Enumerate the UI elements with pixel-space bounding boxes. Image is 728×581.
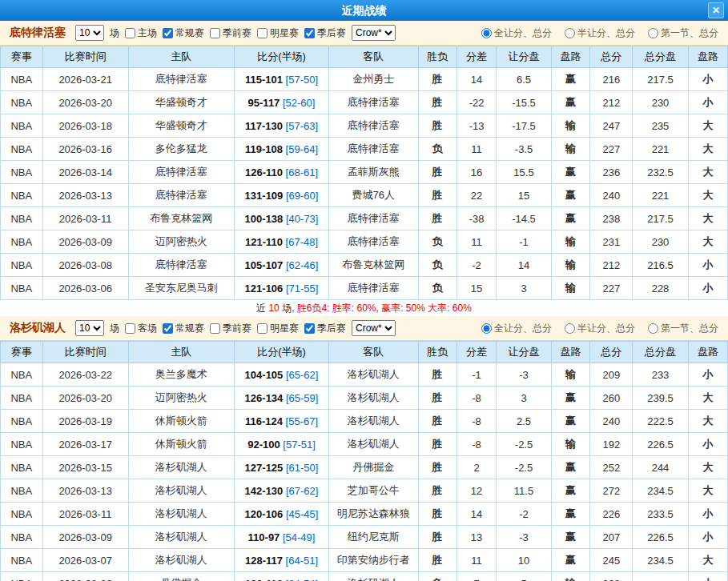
cell-win-loss: 胜 <box>418 410 457 433</box>
cell-score: 100-138 [40-73] <box>235 207 329 230</box>
filter-checkbox[interactable]: 季后赛 <box>304 26 346 40</box>
table-row: NBA2026-03-20华盛顿奇才95-117 [52-60]底特律活塞胜-2… <box>1 91 728 114</box>
checkbox-label: 客场 <box>138 322 157 335</box>
cell-total-line: 222.5 <box>633 410 689 433</box>
cell-total-line: 239.5 <box>633 387 689 410</box>
cell-away-team: 纽约尼克斯 <box>328 526 418 549</box>
cell-handicap-result: 赢 <box>551 410 590 433</box>
cell-total-line: 234.5 <box>633 549 689 572</box>
filter-bar: 洛杉矶湖人10场客场常规赛季前赛明星赛季后赛Crow*全让分、总分半让分、总分第… <box>0 316 728 341</box>
cell-date: 2026-03-11 <box>42 207 128 230</box>
cell-handicap-line: 10 <box>497 549 551 572</box>
score-halftime: [67-62] <box>286 485 318 497</box>
filter-checkbox[interactable]: 明星赛 <box>257 26 299 40</box>
table-row: NBA2026-03-18华盛顿奇才117-130 [57-63]底特律活塞胜-… <box>1 114 728 138</box>
table-row: NBA2026-03-06圣安东尼奥马刺121-106 [71-55]底特律活塞… <box>1 277 728 300</box>
checkbox-input[interactable] <box>304 323 315 334</box>
radio-input[interactable] <box>565 28 575 38</box>
cell-handicap-line: -3.5 <box>497 138 551 161</box>
header-row: 赛事比赛时间主队比分(半场)客队胜负分差让分盘盘路总分总分盘盘路 <box>1 46 728 68</box>
cell-score: 116-124 [55-67] <box>235 410 329 433</box>
filter-checkbox[interactable]: 季后赛 <box>304 322 346 335</box>
cell-score: 126-110 [68-61] <box>235 161 329 184</box>
cell-score: 105-107 [62-46] <box>235 254 329 277</box>
checkbox-input[interactable] <box>210 323 220 334</box>
popup-titlebar: 近期战绩 ✕ <box>0 0 728 21</box>
column-header: 赛事 <box>1 342 43 363</box>
cell-total-points: 226 <box>590 503 633 526</box>
cell-point-diff: 11 <box>457 138 497 161</box>
cell-total-points: 192 <box>590 433 633 456</box>
filter-checkbox[interactable]: 主场 <box>125 26 157 40</box>
cell-point-diff: 16 <box>457 161 497 184</box>
filter-checkbox[interactable]: 季前赛 <box>210 26 251 40</box>
score-halftime: [67-48] <box>286 236 318 248</box>
radio-label: 半让分、总分 <box>577 322 635 335</box>
cell-handicap-result: 赢 <box>551 161 590 184</box>
checkbox-input[interactable] <box>210 28 220 38</box>
checkbox-input[interactable] <box>257 323 267 334</box>
filter-radio[interactable]: 半让分、总分 <box>565 322 635 335</box>
cell-handicap-line: 2.5 <box>497 410 551 433</box>
cell-total-points: 240 <box>590 184 633 207</box>
cell-away-team: 底特律活塞 <box>328 138 418 161</box>
filter-radio[interactable]: 第一节、总分 <box>648 322 718 335</box>
games-label: 场 <box>110 322 119 335</box>
cell-over-under: 小 <box>688 526 727 549</box>
cell-win-loss: 胜 <box>418 526 457 549</box>
company-select[interactable]: Crow* <box>352 320 396 336</box>
filter-radio[interactable]: 全让分、总分 <box>481 26 552 40</box>
team-name: 洛杉矶湖人 <box>10 321 66 335</box>
checkbox-input[interactable] <box>257 28 267 38</box>
table-row: NBA2026-03-13底特律活塞131-109 [69-60]费城76人胜2… <box>1 184 728 207</box>
filter-radio[interactable]: 全让分、总分 <box>481 322 552 335</box>
cell-score: 95-117 [52-60] <box>235 91 329 114</box>
cell-handicap-line: 5 <box>497 572 551 581</box>
radio-label: 全让分、总分 <box>494 26 552 40</box>
checkbox-input[interactable] <box>163 323 173 334</box>
cell-handicap-result: 输 <box>551 138 590 161</box>
table-row: NBA2026-03-19休斯顿火箭116-124 [55-67]洛杉矶湖人胜-… <box>1 410 728 433</box>
cell-home-team: 底特律活塞 <box>128 161 234 184</box>
filter-checkbox[interactable]: 常规赛 <box>163 322 204 335</box>
cell-away-team: 洛杉矶湖人 <box>328 387 418 410</box>
checkbox-input[interactable] <box>125 28 135 38</box>
cell-away-team: 洛杉矶湖人 <box>328 433 418 456</box>
radio-input[interactable] <box>565 323 575 334</box>
score-fulltime: 105-107 <box>245 259 284 271</box>
filter-radio[interactable]: 半让分、总分 <box>565 26 635 40</box>
filter-radio[interactable]: 第一节、总分 <box>648 26 718 40</box>
company-select[interactable]: Crow* <box>352 25 396 41</box>
checkbox-label: 季前赛 <box>223 26 251 40</box>
radio-input[interactable] <box>648 323 658 334</box>
table-row: NBA2026-03-09迈阿密热火121-110 [67-48]底特律活塞负1… <box>1 230 728 254</box>
column-header: 比分(半场) <box>235 342 329 363</box>
score-halftime: [52-60] <box>283 97 315 109</box>
games-count-select[interactable]: 10 <box>75 320 104 336</box>
cell-total-points: 227 <box>590 277 633 300</box>
radio-input[interactable] <box>648 28 658 38</box>
score-fulltime: 142-130 <box>245 485 284 497</box>
score-halftime: [65-62] <box>286 369 318 381</box>
games-count-select[interactable]: 10 <box>75 25 104 41</box>
cell-league: NBA <box>1 433 43 456</box>
filter-checkbox[interactable]: 季前赛 <box>210 322 251 335</box>
cell-home-team: 圣安东尼奥马刺 <box>128 277 234 300</box>
radio-input[interactable] <box>481 28 492 38</box>
recent-results-popup: 近期战绩 ✕ 底特律活塞10场主场常规赛季前赛明星赛季后赛Crow*全让分、总分… <box>0 0 728 581</box>
checkbox-label: 季后赛 <box>317 26 346 40</box>
checkbox-label: 季后赛 <box>317 322 346 335</box>
column-header: 比赛时间 <box>42 46 128 68</box>
checkbox-input[interactable] <box>125 323 135 334</box>
summary-text: 近 <box>256 303 268 314</box>
checkbox-input[interactable] <box>163 28 173 38</box>
cell-point-diff: 12 <box>457 479 497 503</box>
column-header: 盘路 <box>551 342 590 363</box>
filter-checkbox[interactable]: 明星赛 <box>257 322 299 335</box>
radio-input[interactable] <box>481 323 492 334</box>
cell-handicap-result: 输 <box>551 433 590 456</box>
close-button[interactable]: ✕ <box>708 2 724 18</box>
filter-checkbox[interactable]: 常规赛 <box>163 26 204 40</box>
checkbox-input[interactable] <box>304 28 315 38</box>
filter-checkbox[interactable]: 客场 <box>125 322 157 335</box>
